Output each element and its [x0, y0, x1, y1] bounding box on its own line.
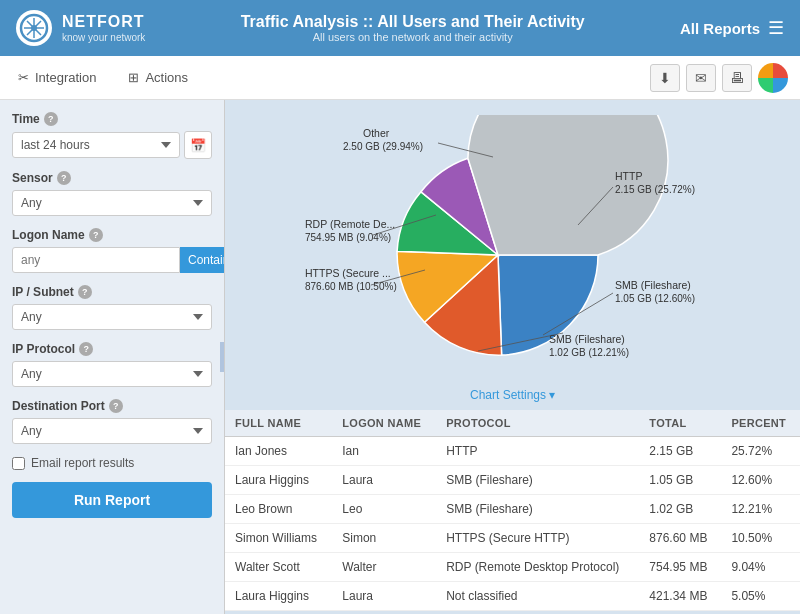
brand-tagline: know your network: [62, 32, 145, 44]
cell-protocol: HTTP: [436, 437, 639, 466]
run-report-button[interactable]: Run Report: [12, 482, 212, 518]
time-select-wrapper: last 24 hours 📅: [12, 131, 212, 159]
cell-total[interactable]: 754.95 MB: [639, 553, 721, 582]
calendar-button[interactable]: 📅: [184, 131, 212, 159]
cell-full-name: Laura Higgins: [225, 466, 332, 495]
cell-total[interactable]: 876.60 MB: [639, 524, 721, 553]
toolbar-left: ✂ Integration ⊞ Actions: [12, 66, 194, 89]
email-button[interactable]: ✉: [686, 64, 716, 92]
email-report-checkbox[interactable]: Email report results: [12, 456, 212, 470]
sensor-select[interactable]: Any: [12, 190, 212, 216]
svg-text:HTTP: HTTP: [615, 170, 642, 182]
table-row: Leo Brown Leo SMB (Fileshare) 1.02 GB 12…: [225, 495, 800, 524]
logon-filter: Logon Name ? Contains ▼: [12, 228, 212, 273]
sub-title: All users on the network and their activ…: [165, 31, 660, 43]
cell-total[interactable]: 1.05 GB: [639, 466, 721, 495]
cell-total[interactable]: 421.34 MB: [639, 582, 721, 611]
svg-text:2.50 GB (29.94%): 2.50 GB (29.94%): [343, 141, 423, 152]
integration-icon: ✂: [18, 70, 29, 85]
actions-button[interactable]: ⊞ Actions: [122, 66, 194, 89]
cell-percent: 9.04%: [721, 553, 800, 582]
logon-label: Logon Name ?: [12, 228, 212, 242]
integration-button[interactable]: ✂ Integration: [12, 66, 102, 89]
pie-chart: HTTP 2.15 GB (25.72%) SMB (Fileshare) 1.…: [303, 115, 723, 395]
table-row: Simon Williams Simon HTTPS (Secure HTTP)…: [225, 524, 800, 553]
table-row: Walter Scott Walter RDP (Remote Desktop …: [225, 553, 800, 582]
email-checkbox-input[interactable]: [12, 457, 25, 470]
cell-protocol: SMB (Fileshare): [436, 466, 639, 495]
cell-full-name: Simon Williams: [225, 524, 332, 553]
cell-logon: Laura: [332, 466, 436, 495]
time-select[interactable]: last 24 hours: [12, 132, 180, 158]
cell-total[interactable]: 1.02 GB: [639, 495, 721, 524]
cell-logon: Ian: [332, 437, 436, 466]
all-reports-label[interactable]: All Reports: [680, 20, 760, 37]
logon-filter-row: Contains ▼: [12, 247, 212, 273]
sensor-help-icon[interactable]: ?: [57, 171, 71, 185]
sensor-filter: Sensor ? Any: [12, 171, 212, 216]
ip-subnet-help-icon[interactable]: ?: [78, 285, 92, 299]
color-wheel-icon[interactable]: [758, 63, 788, 93]
integration-label: Integration: [35, 70, 96, 85]
ip-protocol-select[interactable]: Any: [12, 361, 212, 387]
actions-label: Actions: [145, 70, 188, 85]
dest-port-filter: Destination Port ? Any: [12, 399, 212, 444]
content-area: HTTP 2.15 GB (25.72%) SMB (Fileshare) 1.…: [225, 100, 800, 614]
table-row: Ian Jones Ian HTTP 2.15 GB 25.72%: [225, 437, 800, 466]
logon-input[interactable]: [12, 247, 180, 273]
toolbar: ✂ Integration ⊞ Actions ⬇ ✉ 🖶: [0, 56, 800, 100]
cell-total[interactable]: 2.15 GB: [639, 437, 721, 466]
cell-logon: Leo: [332, 495, 436, 524]
svg-text:876.60 MB (10.50%): 876.60 MB (10.50%): [305, 281, 397, 292]
chart-settings-chevron: ▾: [549, 388, 555, 402]
email-report-label: Email report results: [31, 456, 134, 470]
svg-text:754.95 MB (9.04%): 754.95 MB (9.04%): [305, 232, 391, 243]
svg-text:2.15 GB (25.72%): 2.15 GB (25.72%): [615, 184, 695, 195]
cell-full-name: Leo Brown: [225, 495, 332, 524]
cell-logon: Laura: [332, 582, 436, 611]
cell-logon: Simon: [332, 524, 436, 553]
ip-subnet-label: IP / Subnet ?: [12, 285, 212, 299]
ip-protocol-label: IP Protocol ?: [12, 342, 212, 356]
logon-help-icon[interactable]: ?: [89, 228, 103, 242]
cell-full-name: Laura Higgins: [225, 582, 332, 611]
chart-container: HTTP 2.15 GB (25.72%) SMB (Fileshare) 1.…: [225, 100, 800, 410]
logon-contains-button[interactable]: Contains ▼: [180, 247, 225, 273]
col-total: TOTAL: [639, 410, 721, 437]
brand-name: NETFORT: [62, 12, 145, 31]
svg-text:HTTPS (Secure ...: HTTPS (Secure ...: [305, 267, 391, 279]
sensor-label: Sensor ?: [12, 171, 212, 185]
cell-protocol: RDP (Remote Desktop Protocol): [436, 553, 639, 582]
svg-point-1: [31, 25, 37, 31]
ip-protocol-help-icon[interactable]: ?: [79, 342, 93, 356]
actions-icon: ⊞: [128, 70, 139, 85]
data-table: FULL NAME LOGON NAME PROTOCOL TOTAL PERC…: [225, 410, 800, 611]
logo-text: NETFORT know your network: [62, 12, 145, 43]
ip-subnet-filter: IP / Subnet ? Any: [12, 285, 212, 330]
time-filter: Time ? last 24 hours 📅: [12, 112, 212, 159]
download-icon: ⬇: [659, 70, 671, 86]
email-icon: ✉: [695, 70, 707, 86]
cell-full-name: Walter Scott: [225, 553, 332, 582]
ip-subnet-select[interactable]: Any: [12, 304, 212, 330]
cell-percent: 10.50%: [721, 524, 800, 553]
col-percent: PERCENT: [721, 410, 800, 437]
table-header-row: FULL NAME LOGON NAME PROTOCOL TOTAL PERC…: [225, 410, 800, 437]
download-button[interactable]: ⬇: [650, 64, 680, 92]
cell-percent: 5.05%: [721, 582, 800, 611]
svg-text:1.02 GB (12.21%): 1.02 GB (12.21%): [549, 347, 629, 358]
cell-protocol: HTTPS (Secure HTTP): [436, 524, 639, 553]
page-title-area: Traffic Analysis :: All Users and Their …: [165, 13, 660, 43]
col-logon-name: LOGON NAME: [332, 410, 436, 437]
svg-text:Other: Other: [363, 127, 390, 139]
print-button[interactable]: 🖶: [722, 64, 752, 92]
pie-chart-svg: HTTP 2.15 GB (25.72%) SMB (Fileshare) 1.…: [303, 115, 723, 395]
logo-area: NETFORT know your network: [16, 10, 145, 46]
time-help-icon[interactable]: ?: [44, 112, 58, 126]
table-row: Laura Higgins Laura SMB (Fileshare) 1.05…: [225, 466, 800, 495]
dest-port-select[interactable]: Any: [12, 418, 212, 444]
chart-settings-link[interactable]: Chart Settings ▾: [470, 388, 555, 402]
header-right: All Reports ☰: [680, 17, 784, 39]
dest-port-help-icon[interactable]: ?: [109, 399, 123, 413]
hamburger-icon[interactable]: ☰: [768, 17, 784, 39]
